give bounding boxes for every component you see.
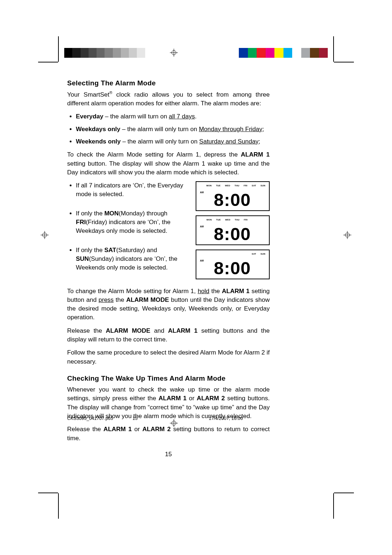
crop-mark [58, 36, 59, 62]
text: ALARM 1 [168, 327, 197, 334]
lcd-ampm: AM [200, 259, 204, 262]
text: Monday through Friday [199, 126, 262, 133]
text: – the alarm will turn on [103, 113, 169, 120]
text: To check the Alarm Mode setting for Alar… [67, 151, 241, 158]
text: hold [198, 288, 209, 295]
crop-mark [333, 493, 334, 519]
text: If only the [76, 247, 104, 254]
slug-page: 15 [132, 416, 138, 421]
color-bar [239, 48, 328, 58]
text: ; [262, 126, 264, 133]
text: . [195, 113, 197, 120]
registration-mark-icon [343, 231, 351, 239]
text: SAT [104, 247, 116, 254]
text: If only the [76, 210, 104, 217]
list-item: Weekends only – the alarm will only turn… [76, 137, 270, 146]
crop-mark [58, 493, 59, 519]
crop-mark [38, 62, 58, 62]
text: – the alarm will only turn on [121, 138, 199, 145]
text: press [99, 296, 114, 303]
change-paragraph: To change the Alarm Mode setting for Ala… [67, 287, 270, 322]
text: the [114, 296, 126, 303]
indicator-text: If all 7 indicators are ‘On’, the Everyd… [67, 181, 189, 282]
list-item: If all 7 indicators are ‘On’, the Everyd… [76, 181, 189, 199]
intro-paragraph: Your SmartSet® clock radio allows you to… [67, 90, 270, 108]
print-page: Selecting The Alarm Mode Your SmartSet® … [0, 0, 392, 555]
lcd-display-weekends: SATSUN AM 8:00 [196, 250, 270, 279]
text: FRI [76, 219, 86, 226]
follow-paragraph: Follow the same procedure to select the … [67, 348, 270, 366]
text: Everyday [76, 113, 103, 120]
section-heading: Checking The Wake Up Times And Alarm Mod… [67, 373, 270, 383]
day-label: SUN [261, 252, 265, 256]
text: (Saturday) and [116, 247, 157, 254]
source-filename: CKS3095_041707.p65 [67, 416, 113, 421]
lcd-time: 8:00 [214, 255, 251, 281]
day-label: MON [207, 218, 212, 222]
text: or [187, 395, 197, 402]
crop-mark [334, 62, 354, 62]
lcd-illustrations: MONTUEWEDTHUFRISATSUN AM 8:00 MONTUEWEDT… [196, 181, 270, 282]
lcd-display-weekdays: MONTUEWEDTHUFRI AM 8:00 [196, 215, 270, 245]
text: all 7 days [169, 113, 195, 120]
lcd-ampm: AM [200, 225, 204, 228]
text: Saturday and Sunday [199, 138, 259, 145]
text: – the alarm will only turn on [121, 126, 199, 133]
text: Weekdays only [76, 126, 121, 133]
section-heading: Selecting The Alarm Mode [67, 78, 270, 88]
checking-paragraph: Whenever you want to check the wake up t… [67, 385, 270, 421]
registration-mark-icon [170, 49, 178, 57]
text: ALARM MODE [106, 327, 151, 334]
day-label: SAT [252, 184, 256, 187]
release-paragraph: Release the ALARM MODE and ALARM 1 setti… [67, 327, 270, 344]
text: (Friday) indicators are ‘On’, the Weekda… [76, 219, 171, 234]
slug-date: 17/4/2007, 16:06 [209, 416, 243, 421]
lcd-time: 8:00 [214, 187, 251, 212]
text: ALARM 2 [142, 426, 171, 433]
text: and [150, 327, 168, 334]
text: or [132, 426, 142, 433]
check-paragraph: To check the Alarm Mode setting for Alar… [67, 150, 270, 177]
text: setting button. The display will show th… [67, 160, 270, 176]
text: ALARM 1 [103, 426, 132, 433]
lcd-ampm: AM [200, 191, 204, 194]
lcd-time: 8:00 [214, 221, 251, 247]
text: ; [258, 138, 260, 145]
list-item: Weekdays only – the alarm will only turn… [76, 125, 270, 134]
text: ALARM 2 [197, 395, 225, 402]
text: ALARM 1 [241, 151, 270, 158]
text: Weekends only [76, 138, 121, 145]
alarm-modes-list: Everyday – the alarm will turn on all 7 … [67, 112, 270, 146]
day-label: SUN [261, 184, 265, 187]
list-item: If only the SAT(Saturday) and SUN(Sunday… [76, 246, 189, 272]
page-number: 15 [67, 450, 270, 459]
text: (Sunday) indicators are ‘On’, the Weeken… [76, 255, 177, 271]
day-label: MON [207, 184, 212, 187]
lcd-display-everyday: MONTUEWEDTHUFRISATSUN AM 8:00 [196, 181, 270, 211]
text: Release the [67, 327, 106, 334]
release-paragraph: Release the ALARM 1 or ALARM 2 setting b… [67, 425, 270, 443]
text: (Monday) through [119, 210, 167, 217]
text: To change the Alarm Mode setting for Ala… [67, 288, 198, 295]
text: ALARM 1 [159, 395, 187, 402]
crop-mark [334, 493, 354, 493]
text: ALARM MODE [126, 296, 169, 303]
text: the [209, 288, 222, 295]
text: Your SmartSet [67, 91, 109, 98]
indicators-row: If all 7 indicators are ‘On’, the Everyd… [67, 181, 270, 282]
day-label: SAT [252, 252, 256, 256]
text: Release the [67, 426, 103, 433]
text: SUN [76, 255, 89, 262]
list-item: Everyday – the alarm will turn on all 7 … [76, 112, 270, 121]
crop-mark [333, 36, 334, 62]
text: ALARM 1 [222, 288, 249, 295]
page-content: Selecting The Alarm Mode Your SmartSet® … [67, 78, 270, 459]
list-item: If only the MON(Monday) through FRI(Frid… [76, 209, 189, 236]
text: MON [104, 210, 119, 217]
registration-mark-icon [41, 231, 49, 239]
grayscale-bar [64, 48, 153, 58]
crop-mark [38, 493, 58, 493]
